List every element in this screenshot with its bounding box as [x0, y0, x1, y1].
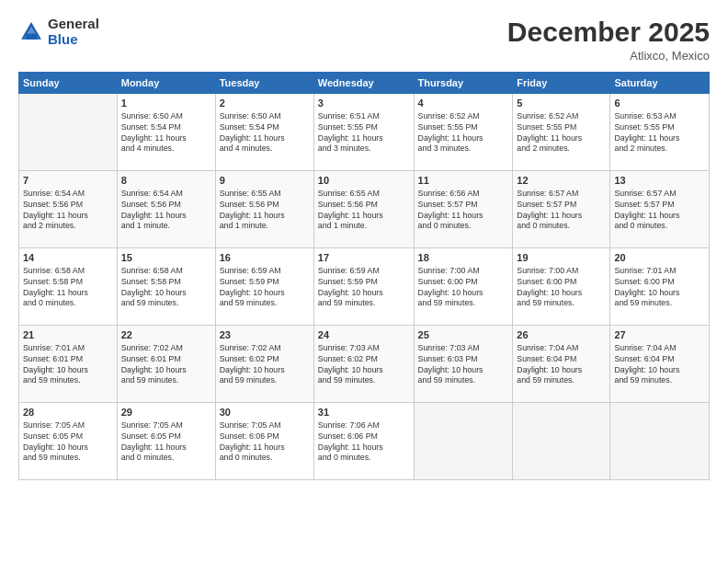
day-info: Sunrise: 7:03 AM Sunset: 6:03 PM Dayligh…	[418, 343, 509, 387]
day-cell: 1Sunrise: 6:50 AM Sunset: 5:54 PM Daylig…	[117, 94, 215, 171]
day-number: 3	[318, 97, 410, 110]
day-number: 13	[614, 174, 705, 188]
header: General Blue December 2025 Atlixco, Mexi…	[18, 17, 710, 63]
day-number: 25	[418, 328, 509, 342]
day-info: Sunrise: 7:02 AM Sunset: 6:01 PM Dayligh…	[121, 343, 211, 387]
day-info: Sunrise: 6:59 AM Sunset: 5:59 PM Dayligh…	[220, 266, 310, 310]
day-cell: 18Sunrise: 7:00 AM Sunset: 6:00 PM Dayli…	[414, 248, 513, 326]
day-info: Sunrise: 7:02 AM Sunset: 6:02 PM Dayligh…	[220, 343, 310, 387]
day-info: Sunrise: 7:05 AM Sunset: 6:06 PM Dayligh…	[220, 420, 310, 465]
week-row-3: 14Sunrise: 6:58 AM Sunset: 5:58 PM Dayli…	[19, 248, 710, 326]
day-cell: 21Sunrise: 7:01 AM Sunset: 6:01 PM Dayli…	[19, 326, 118, 403]
day-cell: 14Sunrise: 6:58 AM Sunset: 5:58 PM Dayli…	[19, 248, 118, 326]
day-info: Sunrise: 7:06 AM Sunset: 6:06 PM Dayligh…	[318, 420, 410, 465]
day-number: 5	[517, 97, 606, 110]
title-block: December 2025 Atlixco, Mexico	[507, 17, 710, 63]
day-number: 6	[614, 97, 705, 110]
day-cell: 17Sunrise: 6:59 AM Sunset: 5:59 PM Dayli…	[313, 248, 414, 326]
day-info: Sunrise: 6:58 AM Sunset: 5:58 PM Dayligh…	[121, 266, 211, 310]
day-cell: 5Sunrise: 6:52 AM Sunset: 5:55 PM Daylig…	[513, 94, 610, 171]
day-number: 19	[517, 251, 606, 265]
svg-rect-2	[26, 33, 37, 39]
day-info: Sunrise: 6:53 AM Sunset: 5:55 PM Dayligh…	[614, 111, 705, 155]
day-cell: 24Sunrise: 7:03 AM Sunset: 6:02 PM Dayli…	[313, 326, 414, 403]
day-number: 26	[517, 328, 606, 342]
weekday-header-saturday: Saturday	[610, 73, 710, 94]
day-cell: 7Sunrise: 6:54 AM Sunset: 5:56 PM Daylig…	[19, 171, 118, 248]
week-row-1: 1Sunrise: 6:50 AM Sunset: 5:54 PM Daylig…	[19, 94, 710, 171]
day-number: 23	[220, 328, 310, 342]
weekday-header-wednesday: Wednesday	[313, 73, 414, 94]
page: General Blue December 2025 Atlixco, Mexi…	[0, 0, 728, 563]
weekday-header-thursday: Thursday	[414, 73, 513, 94]
day-cell: 20Sunrise: 7:01 AM Sunset: 6:00 PM Dayli…	[610, 248, 710, 326]
day-cell: 26Sunrise: 7:04 AM Sunset: 6:04 PM Dayli…	[513, 326, 610, 403]
day-info: Sunrise: 6:52 AM Sunset: 5:55 PM Dayligh…	[418, 111, 509, 155]
day-number: 10	[318, 174, 410, 188]
day-info: Sunrise: 6:58 AM Sunset: 5:58 PM Dayligh…	[23, 266, 113, 310]
weekday-header-tuesday: Tuesday	[215, 73, 313, 94]
logo-blue: Blue	[48, 31, 78, 47]
day-number: 11	[418, 174, 509, 188]
day-number: 2	[220, 97, 310, 110]
day-info: Sunrise: 6:56 AM Sunset: 5:57 PM Dayligh…	[418, 189, 509, 233]
day-cell: 4Sunrise: 6:52 AM Sunset: 5:55 PM Daylig…	[414, 94, 513, 171]
day-number: 31	[318, 406, 410, 419]
day-number: 16	[220, 251, 310, 265]
day-cell: 13Sunrise: 6:57 AM Sunset: 5:57 PM Dayli…	[610, 171, 710, 248]
day-number: 4	[418, 97, 509, 110]
day-info: Sunrise: 6:54 AM Sunset: 5:56 PM Dayligh…	[121, 189, 211, 233]
day-info: Sunrise: 6:57 AM Sunset: 5:57 PM Dayligh…	[517, 189, 606, 233]
day-cell	[513, 403, 610, 480]
day-info: Sunrise: 6:55 AM Sunset: 5:56 PM Dayligh…	[220, 189, 310, 233]
logo-general: General	[48, 16, 99, 31]
day-cell: 31Sunrise: 7:06 AM Sunset: 6:06 PM Dayli…	[313, 403, 414, 480]
day-number: 7	[23, 174, 113, 188]
day-number: 14	[23, 251, 113, 265]
day-number: 20	[614, 251, 705, 265]
day-info: Sunrise: 7:00 AM Sunset: 6:00 PM Dayligh…	[517, 266, 606, 310]
week-row-2: 7Sunrise: 6:54 AM Sunset: 5:56 PM Daylig…	[19, 171, 710, 248]
day-cell: 22Sunrise: 7:02 AM Sunset: 6:01 PM Dayli…	[117, 326, 215, 403]
day-cell	[610, 403, 710, 480]
logo-icon	[18, 19, 44, 45]
day-cell: 10Sunrise: 6:55 AM Sunset: 5:56 PM Dayli…	[313, 171, 414, 248]
day-cell: 19Sunrise: 7:00 AM Sunset: 6:00 PM Dayli…	[513, 248, 610, 326]
day-number: 28	[23, 406, 113, 419]
day-cell: 12Sunrise: 6:57 AM Sunset: 5:57 PM Dayli…	[513, 171, 610, 248]
day-number: 21	[23, 328, 113, 342]
day-info: Sunrise: 6:54 AM Sunset: 5:56 PM Dayligh…	[23, 189, 113, 233]
weekday-header-friday: Friday	[513, 73, 610, 94]
day-number: 9	[220, 174, 310, 188]
day-cell	[414, 403, 513, 480]
logo-text: General Blue	[48, 17, 99, 47]
day-cell: 3Sunrise: 6:51 AM Sunset: 5:55 PM Daylig…	[313, 94, 414, 171]
day-number: 30	[220, 406, 310, 419]
day-info: Sunrise: 6:57 AM Sunset: 5:57 PM Dayligh…	[614, 189, 705, 233]
location: Atlixco, Mexico	[507, 49, 710, 63]
day-cell: 16Sunrise: 6:59 AM Sunset: 5:59 PM Dayli…	[215, 248, 313, 326]
day-number: 29	[121, 406, 211, 419]
day-cell: 6Sunrise: 6:53 AM Sunset: 5:55 PM Daylig…	[610, 94, 710, 171]
logo: General Blue	[18, 17, 99, 47]
day-info: Sunrise: 7:01 AM Sunset: 6:01 PM Dayligh…	[23, 343, 113, 387]
day-cell: 27Sunrise: 7:04 AM Sunset: 6:04 PM Dayli…	[610, 326, 710, 403]
day-number: 15	[121, 251, 211, 265]
day-cell: 28Sunrise: 7:05 AM Sunset: 6:05 PM Dayli…	[19, 403, 118, 480]
day-info: Sunrise: 7:01 AM Sunset: 6:00 PM Dayligh…	[614, 266, 705, 310]
day-number: 27	[614, 328, 705, 342]
day-cell: 25Sunrise: 7:03 AM Sunset: 6:03 PM Dayli…	[414, 326, 513, 403]
day-info: Sunrise: 6:55 AM Sunset: 5:56 PM Dayligh…	[318, 189, 410, 233]
day-cell: 23Sunrise: 7:02 AM Sunset: 6:02 PM Dayli…	[215, 326, 313, 403]
day-number: 1	[121, 97, 211, 110]
week-row-5: 28Sunrise: 7:05 AM Sunset: 6:05 PM Dayli…	[19, 403, 710, 480]
weekday-header-sunday: Sunday	[19, 73, 118, 94]
day-info: Sunrise: 6:59 AM Sunset: 5:59 PM Dayligh…	[318, 266, 410, 310]
day-number: 24	[318, 328, 410, 342]
weekday-header-monday: Monday	[117, 73, 215, 94]
day-info: Sunrise: 7:05 AM Sunset: 6:05 PM Dayligh…	[23, 420, 113, 465]
day-cell: 2Sunrise: 6:50 AM Sunset: 5:54 PM Daylig…	[215, 94, 313, 171]
weekday-header-row: SundayMondayTuesdayWednesdayThursdayFrid…	[19, 73, 710, 94]
day-info: Sunrise: 7:04 AM Sunset: 6:04 PM Dayligh…	[614, 343, 705, 387]
day-info: Sunrise: 6:50 AM Sunset: 5:54 PM Dayligh…	[121, 111, 211, 155]
